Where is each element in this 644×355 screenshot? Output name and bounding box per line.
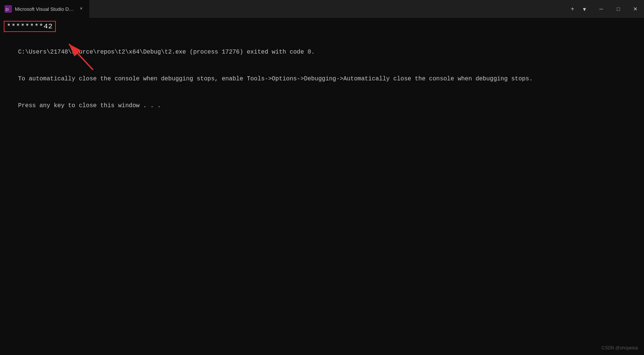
console-line3: Press any key to close this window . . . <box>18 102 161 109</box>
highlighted-output: ********42 <box>4 21 56 32</box>
svg-text:D: D <box>6 7 9 12</box>
watermark: CSDN @shopeeai <box>602 345 638 351</box>
new-tab-button[interactable]: + <box>567 4 578 14</box>
active-tab[interactable]: D Microsoft Visual Studio Debu × <box>0 0 89 18</box>
console-output: C:\Users\21748\source\repos\t2\x64\Debug… <box>4 39 640 119</box>
titlebar: D Microsoft Visual Studio Debu × + ▾ ─ □… <box>0 0 644 18</box>
window-controls: ─ □ ✕ <box>593 0 644 18</box>
console-area: ********42 C:\Users\21748\source\repos\t… <box>0 18 644 355</box>
tab-area: D Microsoft Visual Studio Debu × <box>0 0 564 18</box>
console-line2: To automatically close the console when … <box>18 76 533 82</box>
close-button[interactable]: ✕ <box>627 0 644 18</box>
tab-close-button[interactable]: × <box>77 5 85 13</box>
maximize-button[interactable]: □ <box>610 0 627 18</box>
tab-controls: + ▾ <box>564 4 593 14</box>
tab-title: Microsoft Visual Studio Debu <box>15 6 74 12</box>
minimize-button[interactable]: ─ <box>593 0 610 18</box>
console-line1: C:\Users\21748\source\repos\t2\x64\Debug… <box>18 49 315 55</box>
tab-dropdown-button[interactable]: ▾ <box>579 4 590 14</box>
vs-debug-icon: D <box>4 5 12 13</box>
